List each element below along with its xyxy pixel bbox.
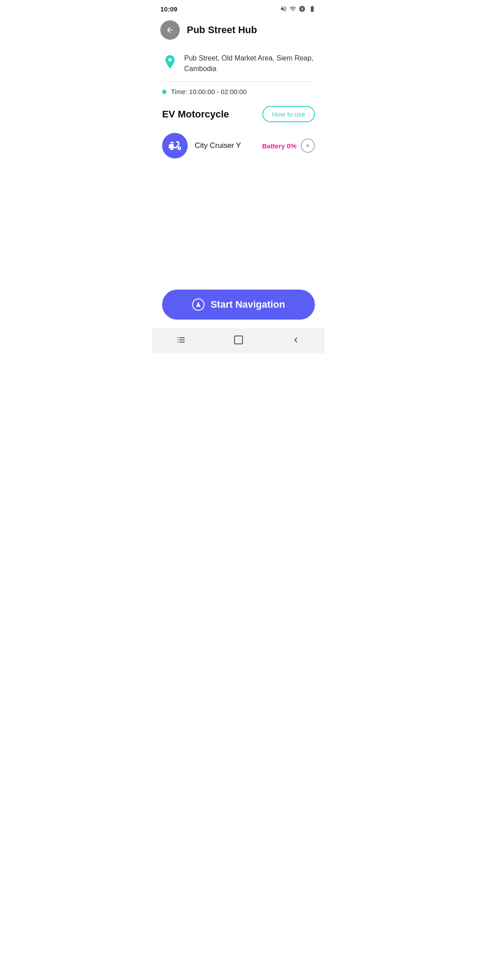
status-icons — [280, 5, 317, 12]
back-button[interactable] — [160, 20, 180, 40]
vehicle-icon-circle — [162, 133, 188, 158]
location-section: Pub Street, Old Market Area, Siem Reap, … — [152, 45, 325, 81]
location-address: Pub Street, Old Market Area, Siem Reap, … — [184, 53, 315, 74]
time-text: Time: 10:00:00 - 02:00:00 — [171, 88, 246, 95]
ev-section-title: EV Motorcycle — [162, 109, 229, 120]
mute-icon — [280, 5, 287, 12]
vehicle-info-right: Battery 0% — [262, 139, 315, 153]
vehicle-row: City Cruiser Y Battery 0% — [152, 128, 325, 163]
content-spacer — [152, 163, 325, 283]
status-time: 10:09 — [160, 5, 177, 13]
svg-point-0 — [169, 59, 171, 61]
bottom-nav-bar — [152, 328, 325, 353]
wifi-icon — [289, 5, 296, 12]
nav-btn-label: Start Navigation — [211, 299, 285, 310]
play-button[interactable] — [301, 139, 315, 153]
ev-section-header: EV Motorcycle How to use — [152, 102, 325, 128]
how-to-use-button[interactable]: How to use — [262, 106, 315, 122]
header: Pub Street Hub — [152, 16, 325, 45]
nav-btn-container: Start Navigation — [152, 283, 325, 328]
bottom-nav-home[interactable] — [233, 335, 244, 345]
vehicle-name: City Cruiser Y — [195, 141, 255, 150]
status-bar: 10:09 — [152, 0, 325, 16]
battery-icon — [308, 5, 317, 12]
bottom-nav-menu[interactable] — [176, 335, 186, 345]
scooter-icon — [167, 138, 182, 153]
home-square-icon — [233, 335, 244, 345]
svg-rect-1 — [235, 336, 242, 344]
time-section: Time: 10:00:00 - 02:00:00 — [152, 82, 325, 102]
start-navigation-button[interactable]: Start Navigation — [162, 290, 315, 320]
no-signal-icon — [299, 5, 306, 12]
battery-label: Battery 0% — [262, 142, 296, 150]
back-chevron-icon — [291, 335, 301, 345]
bottom-nav-back[interactable] — [291, 335, 301, 345]
menu-lines-icon — [176, 335, 186, 345]
navigation-icon — [192, 298, 204, 311]
location-icon — [162, 54, 178, 72]
time-indicator-dot — [162, 90, 167, 94]
page-title: Pub Street Hub — [187, 24, 257, 36]
